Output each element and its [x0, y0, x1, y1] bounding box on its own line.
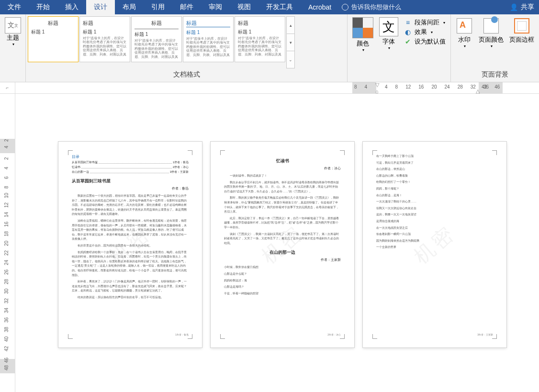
ruler-num: 6	[4, 176, 9, 179]
page-2[interactable]: 机密 忆读书 作者：冰心 一谈到读书，我的话就多了！ 我自从会认字后不到几年，就…	[211, 142, 354, 347]
tab-view[interactable]: 视图	[230, 0, 258, 14]
ruler-num: 36	[4, 317, 9, 323]
themes-icon: 文文	[5, 17, 21, 34]
set-default-button[interactable]: ✔ 设为默认值	[404, 37, 446, 46]
paragraph: 是的，我曾一次又一次地失望过	[376, 213, 493, 217]
paragraph-spacing-button[interactable]: ≡ 段落间距 ▾	[404, 18, 446, 27]
ruler-num: 16	[4, 222, 9, 227]
toc-heading: 目录	[72, 154, 189, 159]
ribbon: 文文 主题 ▾ 标题 标题 1 标题 标题 1 对于"选项卡上的库，在设计时都充…	[0, 14, 539, 82]
page-color-button[interactable]: 页面颜色 ▾	[476, 16, 506, 49]
page-3[interactable]: 机密 有一天我终于爬上了那个山顶 可是，我却几乎是哭着回来了 在山的那边，依然是…	[363, 142, 506, 347]
tab-mailings[interactable]: 邮件	[172, 0, 201, 14]
chevron-down-icon: ▾	[388, 46, 390, 50]
ruler-num: 18	[4, 231, 9, 236]
tab-devtools[interactable]: 开发工具	[258, 0, 301, 14]
ruler-num: 8	[354, 84, 357, 90]
tab-home[interactable]: 开始	[29, 0, 57, 14]
vertical-ruler[interactable]: 2 4 2 4 6 8 10 12 14 16 18 20 22 24 26 2…	[0, 94, 15, 392]
tab-design[interactable]: 设计	[86, 0, 115, 14]
tab-insert[interactable]: 插入	[57, 0, 86, 14]
effects-icon: ◐	[404, 28, 412, 36]
ruler-num: 42	[4, 346, 9, 351]
ruler-num: 24	[4, 260, 9, 265]
effects-button[interactable]: ◐ 效果 ▾	[404, 28, 446, 36]
watermark-button[interactable]: 水印 ▾	[453, 16, 476, 49]
paragraph: 在山的那边，依然是山	[376, 167, 493, 172]
paragraph: 一次次漫湿了我枯干的心灵……	[376, 200, 493, 204]
ruler-num: 10	[4, 193, 9, 198]
colors-button[interactable]: 颜色 ▾	[349, 16, 376, 53]
paragraph: 妈妈给我说过：海	[224, 279, 341, 283]
gallery-up[interactable]: ▴	[287, 17, 294, 34]
tab-file[interactable]: 文件	[0, 0, 29, 14]
ruler-num: 4	[4, 167, 9, 169]
horizontal-ruler[interactable]: ⌐ 8 4 4 8 12 16 20 24 28 32 36 42 46 ▽ ⌂…	[0, 82, 539, 94]
style-thumb-desc: 对于"选项卡上的库，在设计时都充分考虑了其中的项与文档整体外观的协调性。您可以使…	[83, 36, 127, 56]
share-button[interactable]: 👤 共享	[510, 3, 539, 11]
tab-references[interactable]: 引用	[144, 0, 172, 14]
chevron-down-icon: ▾	[12, 42, 14, 46]
ruler-num: 40	[4, 336, 9, 342]
group-label-format: 文档格式	[28, 68, 345, 81]
style-thumb-2[interactable]: 标题 标题 1 对于"选项卡上的库，在设计时都充分考虑了其中的项与文档整体外观的…	[79, 16, 130, 62]
paragraph: 长的草里是不去的，因为相传这园里有一条很大的赤练蛇。	[72, 244, 189, 248]
toc-page: 2作者：冰心	[173, 165, 189, 169]
page-footer: 3作者：王家新	[477, 333, 493, 336]
paragraph: 我自从会认字后不到几年，就开始读书。倒不是四岁时读母亲教给我的商务印书馆出版的国…	[224, 180, 341, 194]
ruler-num: 26	[4, 269, 9, 275]
paragraph: 是用信念凝成的海	[376, 219, 493, 224]
page-footer: 2作者：冰心	[327, 333, 341, 336]
ruler-num: 24	[445, 84, 450, 90]
menu-tabs: 文件 开始 插入 设计 布局 引用 邮件 审阅 视图 开发工具 Acrobat …	[0, 0, 539, 14]
document-canvas[interactable]: 机密 目录 从百草园到三味书屋1作者：鲁迅 忆读书2作者：冰心 在山的那一边3作…	[15, 94, 539, 392]
ruler-num: 2	[4, 157, 9, 160]
group-label-bg: 页面背景	[453, 68, 537, 81]
style-thumb-title: 标题	[31, 20, 75, 27]
style-thumb-title: 标题	[238, 20, 282, 27]
bulb-icon	[342, 4, 348, 11]
style-thumb-3[interactable]: 标题 标题 1 对于"选项卡上的库，在设计时都充分考虑了其中的项与文档整体外观的…	[131, 16, 182, 62]
ruler-num: 48	[4, 365, 9, 370]
page-1[interactable]: 机密 目录 从百草园到三味书屋1作者：鲁迅 忆读书2作者：冰心 在山的那一边3作…	[58, 142, 202, 347]
gallery-down[interactable]: ▾	[287, 34, 294, 51]
style-thumb-1[interactable]: 标题 标题 1	[28, 16, 79, 62]
gallery-more[interactable]: ⌄	[287, 51, 294, 68]
ruler-num: 34	[4, 308, 9, 313]
tell-me-search[interactable]: 告诉我你想做什么	[342, 3, 401, 11]
paragraph: 给我的幻想打了一个零分！	[376, 180, 493, 185]
style-thumb-sub: 标题 1	[135, 31, 179, 38]
toc-entry: 在山的那一边	[72, 170, 89, 174]
paragraph: 一谈到读书，我的话就多了！	[224, 174, 341, 179]
ruler-num: 28	[4, 279, 9, 284]
fonts-icon: 文	[379, 17, 398, 36]
page-color-icon	[483, 17, 500, 34]
fonts-button[interactable]: 文 字体 ▾	[376, 16, 401, 53]
style-thumb-5[interactable]: 标题 标题 1 对于"选项卡上的库，在设计时都充分考虑了其中的项与文档整体外观的…	[235, 16, 285, 62]
paragraph: 妈妈，那个海呢？	[376, 187, 493, 191]
style-thumb-sub: 标题 1	[186, 29, 230, 36]
paragraph: 到半夜，果然来了，沙沙沙！门外像是风雨声。他正抖作一团时，却听得豁的一声，一道金…	[72, 280, 189, 293]
style-thumb-4[interactable]: 标题 标题 1 对于"选项卡上的库，在设计时都充分考虑了其中的项与文档整体外观的…	[183, 16, 234, 62]
tab-review[interactable]: 审阅	[201, 0, 230, 14]
ruler-corner: ⌐	[0, 82, 15, 93]
ruler-num: 4	[4, 146, 9, 148]
ruler-num: 20	[431, 84, 437, 90]
ruler-num: 28	[458, 84, 463, 90]
paragraph: 因为我听到海依然在远方为我喧腾	[376, 239, 493, 244]
ruler-num: 46	[494, 84, 500, 90]
themes-label: 主题	[7, 34, 19, 42]
ruler-num: 8	[4, 186, 9, 189]
tab-layout[interactable]: 布局	[115, 0, 144, 14]
watermark-label: 水印	[458, 35, 471, 44]
style-thumb-desc: 对于"选项卡上的库，在设计时都充分考虑了其中的项与文档整体外观的协调性。您可以使…	[238, 36, 282, 56]
style-thumb-sub: 标题 1	[83, 29, 127, 35]
ruler-num: 8	[395, 84, 398, 90]
article-heading: 在山的那一边	[224, 249, 341, 256]
style-thumb-sub: 标题 1	[31, 29, 75, 35]
tab-acrobat[interactable]: Acrobat	[301, 0, 339, 14]
themes-button[interactable]: 文文 主题 ▾	[2, 16, 23, 47]
ruler-num: 12	[4, 202, 9, 208]
page-border-button[interactable]: 页面边框	[506, 16, 537, 49]
indent-marker-top[interactable]: ▽	[375, 82, 379, 88]
